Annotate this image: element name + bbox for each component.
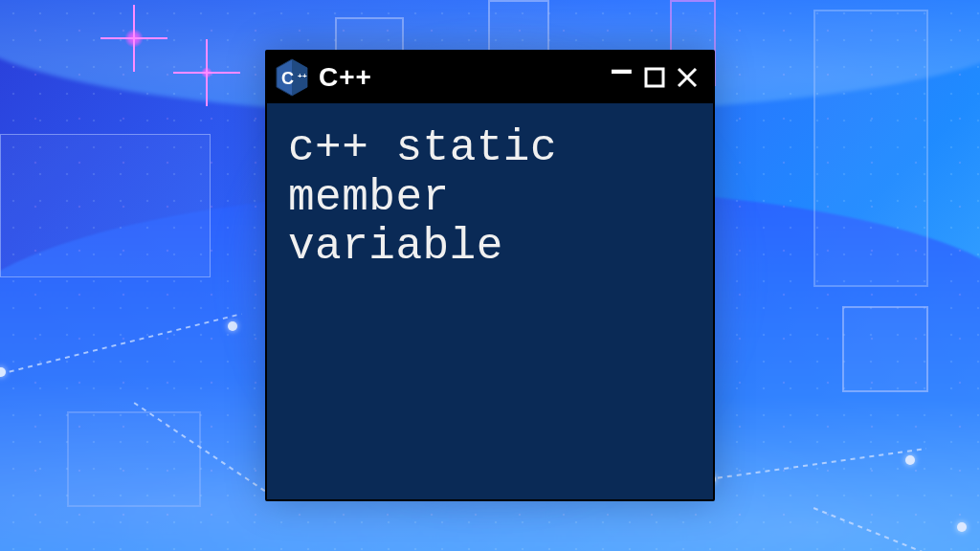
maximize-button[interactable] xyxy=(638,61,671,94)
decor-node xyxy=(957,522,967,532)
cpp-logo-icon: C + + xyxy=(275,58,309,97)
close-button[interactable] xyxy=(671,61,703,94)
spark-icon xyxy=(124,29,144,48)
svg-text:+: + xyxy=(302,72,308,80)
decor-node xyxy=(905,455,915,465)
decor-box xyxy=(813,10,928,287)
window-body-text: c++ static member variable xyxy=(267,103,713,499)
svg-rect-5 xyxy=(646,69,663,86)
terminal-window: C + + C++ – c++ static member variable xyxy=(265,50,715,501)
titlebar: C + + C++ – xyxy=(267,52,713,103)
decor-box xyxy=(842,306,928,392)
window-title: C++ xyxy=(319,62,372,93)
minimize-button[interactable]: – xyxy=(606,53,638,85)
svg-text:C: C xyxy=(281,69,295,88)
